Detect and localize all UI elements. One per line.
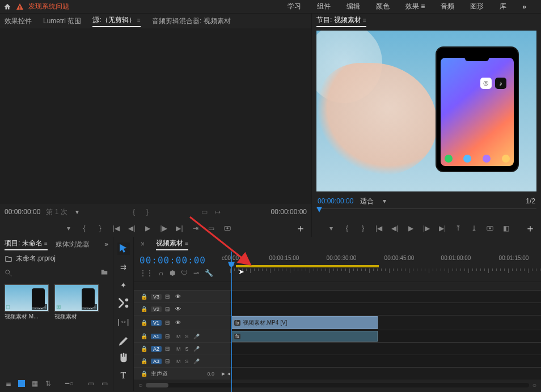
go-to-in-icon[interactable]: |◀ [112,224,120,232]
lock-icon[interactable]: 🔒 [141,319,147,326]
overwrite-icon[interactable]: ▭ [208,224,215,232]
master-db-value[interactable]: 0.0 [207,371,214,377]
step-back-icon[interactable]: ◀| [128,224,136,232]
eye-icon[interactable]: 👁 [175,293,181,300]
slip-tool[interactable]: |↔| [117,315,130,327]
program-monitor-viewport[interactable]: ◎ ♪ [316,31,536,191]
caption-track-icon[interactable]: ⊸ [193,269,199,277]
settings-icon[interactable]: 🔧 [205,269,213,277]
chevron-down-icon[interactable]: ▾ [381,197,388,205]
menu-item-editing[interactable]: 编辑 [346,2,360,11]
voice-over-icon[interactable]: 🎤 [193,359,200,364]
lock-icon[interactable]: 🔒 [141,333,147,339]
selection-tool[interactable] [117,242,130,255]
scrollbar-thumb[interactable] [146,383,168,387]
add-marker-icon[interactable]: ▾ [65,224,73,232]
tab-source-no-clip[interactable]: 源:（无剪辑） ≡ [92,15,141,27]
project-item[interactable]: ⊞ 44:04 视频素材 [54,284,99,321]
ripple-edit-tool[interactable]: ✦ [117,279,130,291]
bracket-out-icon[interactable]: } [143,208,151,216]
tab-project[interactable]: 项目: 未命名 ≡ [5,238,48,250]
menu-more-icon[interactable]: » [522,3,526,11]
mark-in-icon[interactable]: { [81,224,88,232]
mark-out-icon[interactable]: } [96,224,104,232]
track-header-v1[interactable]: 🔒 V1 ⊟ 👁 [134,315,230,330]
track-label[interactable]: V2 [151,306,162,312]
zoom-slider-icon[interactable]: ━○ [66,380,74,387]
comparison-view-icon[interactable]: ◧ [502,224,510,232]
new-item-icon[interactable]: ▭ [100,380,108,387]
export-frame-icon[interactable] [486,224,494,232]
voice-over-icon[interactable]: 🎤 [193,346,200,352]
tab-sequence[interactable]: 视频素材 ≡ [156,238,188,250]
zoom-fit-dropdown[interactable]: 适合 [360,197,374,206]
timeline-scrollbar[interactable] [146,383,529,387]
tab-effect-controls[interactable]: 效果控件 [5,16,32,26]
timeline-ruler[interactable]: c00:0000:00:15:0000:00:30:0000:00:45:000… [230,252,541,282]
step-back-icon[interactable]: ◀| [391,224,399,232]
add-marker-icon[interactable]: ⬢ [170,269,175,277]
solo-button[interactable]: S [185,359,189,364]
track-lane-a3[interactable] [230,355,541,367]
tab-program[interactable]: 节目: 视频素材 ≡ [316,15,366,27]
fit-icon[interactable]: ▭ [200,208,208,216]
insert-icon[interactable]: ⇥ [192,224,200,232]
zoom-in-icon[interactable]: ○ [532,381,536,389]
linked-selection-icon[interactable]: ∩ [159,269,164,277]
lock-icon[interactable]: 🔒 [141,306,147,312]
mute-button[interactable]: M [176,359,181,364]
sync-lock-icon[interactable]: ⊟ [165,358,172,364]
add-marker-icon[interactable]: ▾ [327,224,335,232]
track-label[interactable]: V1 [151,320,162,326]
go-to-out-icon[interactable]: ▶| [438,224,446,232]
filter-bin-icon[interactable] [100,268,108,278]
button-editor-icon[interactable]: ＋ [526,224,534,232]
play-icon[interactable]: ▶ [407,224,415,232]
menu-item-color[interactable]: 颜色 [376,2,390,11]
track-select-tool[interactable]: ⇉ [117,261,130,273]
ripple-sequence-icon[interactable]: 🛡 [181,269,188,277]
tab-media-browser[interactable]: 媒体浏览器 [56,240,90,249]
sort-icon[interactable]: ⇅ [44,380,52,387]
source-timecode-in[interactable]: 00:00:00:00 [5,208,40,216]
search-icon[interactable] [5,269,12,277]
work-area-bar[interactable] [236,265,379,267]
mute-button[interactable]: M [176,346,181,352]
extract-icon[interactable]: ⤓ [470,224,478,232]
home-icon[interactable] [3,3,11,11]
project-file-name[interactable]: 未命名.prproj [16,254,56,263]
resolution-dropdown[interactable]: 1/2 [526,197,535,205]
pen-tool[interactable] [117,333,130,346]
mini-playhead-icon[interactable] [316,207,322,212]
timeline-timecode[interactable]: 00:00:00:00 [140,255,225,266]
video-clip[interactable]: fx 视频素材.MP4 [V] [231,316,378,329]
track-label[interactable]: A3 [151,359,162,364]
track-label[interactable]: A2 [151,346,162,352]
track-lane-v2[interactable] [230,302,541,315]
menu-item-graphics[interactable]: 图形 [470,2,484,11]
menu-item-libraries[interactable]: 库 [500,2,506,11]
lift-icon[interactable]: ⤒ [454,224,462,232]
track-header-v2[interactable]: 🔒 V2 ⊟ 👁 [134,302,230,315]
sync-lock-icon[interactable]: ⊟ [165,306,172,312]
icon-view-icon[interactable] [18,380,25,387]
lock-icon[interactable]: 🔒 [141,293,147,300]
chevron-down-icon[interactable]: ▾ [73,208,81,216]
track-label[interactable]: V3 [151,294,162,300]
mark-out-icon[interactable]: } [359,224,367,232]
playhead-line[interactable] [231,252,232,392]
track-header-v3[interactable]: 🔒 V3 ⊟ 👁 [134,290,230,302]
program-mini-timeline[interactable] [316,208,536,218]
track-header-a1[interactable]: 🔒 A1 ⊟ M S 🎤 [134,330,230,342]
solo-button[interactable]: S [185,334,189,339]
lock-icon[interactable]: 🔒 [141,346,147,352]
track-header-master[interactable]: 🔒 主声道 0.0 ►◄ [134,367,230,380]
button-editor-icon[interactable]: ＋ [297,224,305,232]
sync-lock-icon[interactable]: ⊟ [165,319,172,326]
track-lane-v1[interactable]: fx 视频素材.MP4 [V] [230,315,541,330]
track-header-a3[interactable]: 🔒 A3 ⊟ M S 🎤 [134,355,230,367]
voice-over-icon[interactable]: 🎤 [193,334,200,339]
play-icon[interactable]: ▶ [144,224,152,232]
source-timecode-out[interactable]: 00:00:00:00 [271,208,307,216]
razor-tool[interactable] [117,297,130,309]
